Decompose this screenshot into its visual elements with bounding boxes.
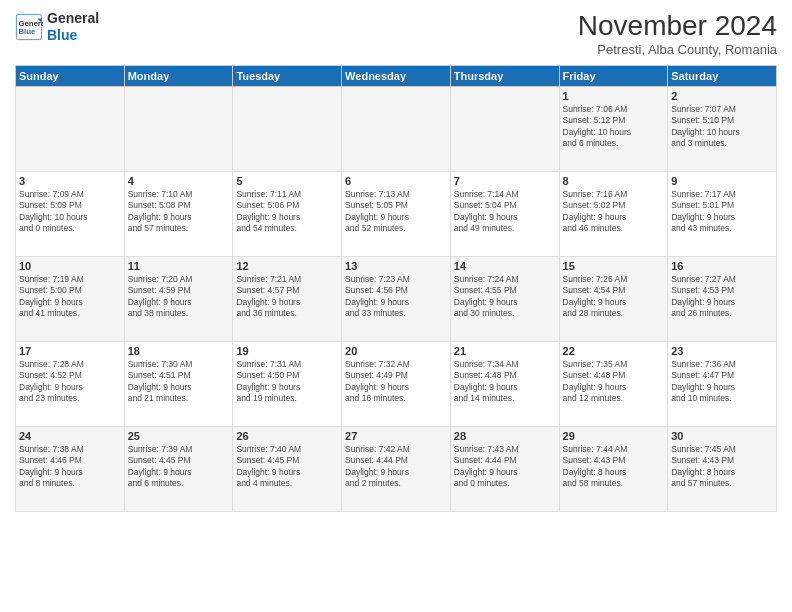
- calendar-week-row: 3Sunrise: 7:09 AM Sunset: 5:09 PM Daylig…: [16, 172, 777, 257]
- day-info: Sunrise: 7:39 AM Sunset: 4:45 PM Dayligh…: [128, 444, 230, 490]
- day-info: Sunrise: 7:14 AM Sunset: 5:04 PM Dayligh…: [454, 189, 556, 235]
- month-title: November 2024: [578, 10, 777, 42]
- calendar-week-row: 10Sunrise: 7:19 AM Sunset: 5:00 PM Dayli…: [16, 257, 777, 342]
- day-info: Sunrise: 7:43 AM Sunset: 4:44 PM Dayligh…: [454, 444, 556, 490]
- day-info: Sunrise: 7:35 AM Sunset: 4:48 PM Dayligh…: [563, 359, 665, 405]
- day-header-tuesday: Tuesday: [233, 66, 342, 87]
- logo-text: General Blue: [47, 10, 99, 44]
- day-info: Sunrise: 7:24 AM Sunset: 4:55 PM Dayligh…: [454, 274, 556, 320]
- day-number: 21: [454, 345, 556, 357]
- calendar-cell: 21Sunrise: 7:34 AM Sunset: 4:48 PM Dayli…: [450, 342, 559, 427]
- day-info: Sunrise: 7:27 AM Sunset: 4:53 PM Dayligh…: [671, 274, 773, 320]
- calendar-cell: 24Sunrise: 7:38 AM Sunset: 4:46 PM Dayli…: [16, 427, 125, 512]
- page-header: General Blue General Blue November 2024 …: [15, 10, 777, 57]
- day-info: Sunrise: 7:26 AM Sunset: 4:54 PM Dayligh…: [563, 274, 665, 320]
- day-info: Sunrise: 7:28 AM Sunset: 4:52 PM Dayligh…: [19, 359, 121, 405]
- day-header-monday: Monday: [124, 66, 233, 87]
- day-number: 4: [128, 175, 230, 187]
- svg-text:Blue: Blue: [19, 27, 36, 36]
- day-number: 20: [345, 345, 447, 357]
- day-number: 9: [671, 175, 773, 187]
- day-info: Sunrise: 7:36 AM Sunset: 4:47 PM Dayligh…: [671, 359, 773, 405]
- calendar-cell: 20Sunrise: 7:32 AM Sunset: 4:49 PM Dayli…: [342, 342, 451, 427]
- day-info: Sunrise: 7:06 AM Sunset: 5:12 PM Dayligh…: [563, 104, 665, 150]
- calendar-cell: 9Sunrise: 7:17 AM Sunset: 5:01 PM Daylig…: [668, 172, 777, 257]
- day-number: 10: [19, 260, 121, 272]
- day-number: 26: [236, 430, 338, 442]
- calendar-cell: 25Sunrise: 7:39 AM Sunset: 4:45 PM Dayli…: [124, 427, 233, 512]
- day-number: 19: [236, 345, 338, 357]
- calendar-cell: [16, 87, 125, 172]
- day-number: 3: [19, 175, 121, 187]
- day-info: Sunrise: 7:16 AM Sunset: 5:02 PM Dayligh…: [563, 189, 665, 235]
- calendar-cell: 27Sunrise: 7:42 AM Sunset: 4:44 PM Dayli…: [342, 427, 451, 512]
- day-info: Sunrise: 7:30 AM Sunset: 4:51 PM Dayligh…: [128, 359, 230, 405]
- day-number: 17: [19, 345, 121, 357]
- calendar-cell: [233, 87, 342, 172]
- day-info: Sunrise: 7:17 AM Sunset: 5:01 PM Dayligh…: [671, 189, 773, 235]
- calendar-cell: 19Sunrise: 7:31 AM Sunset: 4:50 PM Dayli…: [233, 342, 342, 427]
- day-info: Sunrise: 7:32 AM Sunset: 4:49 PM Dayligh…: [345, 359, 447, 405]
- location-subtitle: Petresti, Alba County, Romania: [578, 42, 777, 57]
- calendar-cell: 17Sunrise: 7:28 AM Sunset: 4:52 PM Dayli…: [16, 342, 125, 427]
- calendar-cell: 26Sunrise: 7:40 AM Sunset: 4:45 PM Dayli…: [233, 427, 342, 512]
- day-number: 6: [345, 175, 447, 187]
- calendar-cell: 7Sunrise: 7:14 AM Sunset: 5:04 PM Daylig…: [450, 172, 559, 257]
- day-number: 2: [671, 90, 773, 102]
- calendar-cell: 16Sunrise: 7:27 AM Sunset: 4:53 PM Dayli…: [668, 257, 777, 342]
- day-number: 13: [345, 260, 447, 272]
- day-info: Sunrise: 7:21 AM Sunset: 4:57 PM Dayligh…: [236, 274, 338, 320]
- calendar-cell: 13Sunrise: 7:23 AM Sunset: 4:56 PM Dayli…: [342, 257, 451, 342]
- calendar-week-row: 1Sunrise: 7:06 AM Sunset: 5:12 PM Daylig…: [16, 87, 777, 172]
- day-info: Sunrise: 7:44 AM Sunset: 4:43 PM Dayligh…: [563, 444, 665, 490]
- day-number: 18: [128, 345, 230, 357]
- calendar-cell: 11Sunrise: 7:20 AM Sunset: 4:59 PM Dayli…: [124, 257, 233, 342]
- calendar-cell: 8Sunrise: 7:16 AM Sunset: 5:02 PM Daylig…: [559, 172, 668, 257]
- day-number: 15: [563, 260, 665, 272]
- day-info: Sunrise: 7:10 AM Sunset: 5:08 PM Dayligh…: [128, 189, 230, 235]
- calendar-cell: 22Sunrise: 7:35 AM Sunset: 4:48 PM Dayli…: [559, 342, 668, 427]
- day-number: 27: [345, 430, 447, 442]
- calendar-cell: [450, 87, 559, 172]
- day-number: 22: [563, 345, 665, 357]
- day-info: Sunrise: 7:13 AM Sunset: 5:05 PM Dayligh…: [345, 189, 447, 235]
- day-number: 1: [563, 90, 665, 102]
- calendar-cell: 1Sunrise: 7:06 AM Sunset: 5:12 PM Daylig…: [559, 87, 668, 172]
- day-number: 11: [128, 260, 230, 272]
- day-number: 5: [236, 175, 338, 187]
- calendar-cell: 5Sunrise: 7:11 AM Sunset: 5:06 PM Daylig…: [233, 172, 342, 257]
- day-number: 12: [236, 260, 338, 272]
- day-header-thursday: Thursday: [450, 66, 559, 87]
- day-info: Sunrise: 7:45 AM Sunset: 4:43 PM Dayligh…: [671, 444, 773, 490]
- day-number: 7: [454, 175, 556, 187]
- calendar-cell: 14Sunrise: 7:24 AM Sunset: 4:55 PM Dayli…: [450, 257, 559, 342]
- calendar-header-row: SundayMondayTuesdayWednesdayThursdayFrid…: [16, 66, 777, 87]
- calendar-cell: 18Sunrise: 7:30 AM Sunset: 4:51 PM Dayli…: [124, 342, 233, 427]
- calendar-week-row: 24Sunrise: 7:38 AM Sunset: 4:46 PM Dayli…: [16, 427, 777, 512]
- day-info: Sunrise: 7:38 AM Sunset: 4:46 PM Dayligh…: [19, 444, 121, 490]
- calendar-cell: 10Sunrise: 7:19 AM Sunset: 5:00 PM Dayli…: [16, 257, 125, 342]
- day-number: 24: [19, 430, 121, 442]
- day-number: 29: [563, 430, 665, 442]
- day-number: 8: [563, 175, 665, 187]
- day-header-sunday: Sunday: [16, 66, 125, 87]
- calendar-cell: 29Sunrise: 7:44 AM Sunset: 4:43 PM Dayli…: [559, 427, 668, 512]
- calendar-cell: 23Sunrise: 7:36 AM Sunset: 4:47 PM Dayli…: [668, 342, 777, 427]
- calendar-cell: 15Sunrise: 7:26 AM Sunset: 4:54 PM Dayli…: [559, 257, 668, 342]
- calendar-cell: [342, 87, 451, 172]
- day-number: 23: [671, 345, 773, 357]
- calendar-table: SundayMondayTuesdayWednesdayThursdayFrid…: [15, 65, 777, 512]
- calendar-cell: 2Sunrise: 7:07 AM Sunset: 5:10 PM Daylig…: [668, 87, 777, 172]
- day-info: Sunrise: 7:40 AM Sunset: 4:45 PM Dayligh…: [236, 444, 338, 490]
- day-number: 28: [454, 430, 556, 442]
- day-info: Sunrise: 7:42 AM Sunset: 4:44 PM Dayligh…: [345, 444, 447, 490]
- day-header-friday: Friday: [559, 66, 668, 87]
- day-number: 25: [128, 430, 230, 442]
- title-block: November 2024 Petresti, Alba County, Rom…: [578, 10, 777, 57]
- day-header-wednesday: Wednesday: [342, 66, 451, 87]
- logo-icon: General Blue: [15, 13, 43, 41]
- day-info: Sunrise: 7:09 AM Sunset: 5:09 PM Dayligh…: [19, 189, 121, 235]
- calendar-cell: 28Sunrise: 7:43 AM Sunset: 4:44 PM Dayli…: [450, 427, 559, 512]
- day-info: Sunrise: 7:23 AM Sunset: 4:56 PM Dayligh…: [345, 274, 447, 320]
- day-header-saturday: Saturday: [668, 66, 777, 87]
